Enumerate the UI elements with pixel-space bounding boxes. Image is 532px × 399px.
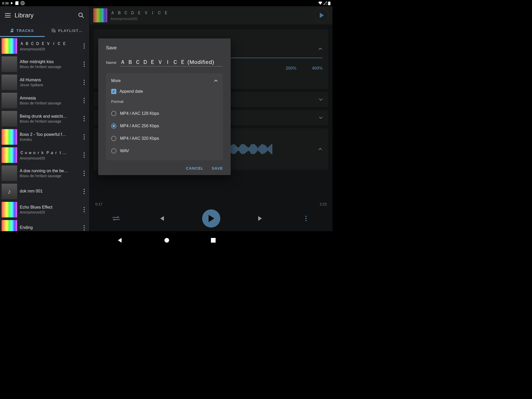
home-button[interactable] [164,238,169,243]
menu-button[interactable] [3,11,12,20]
previous-button[interactable] [156,213,167,224]
append-date-checkbox[interactable]: ✓ Append date [111,89,218,94]
sidebar: Library TRACKS PLAYLIST… Ａ Ｂ Ｃ Ｄ Ｅ Ｖ Ｉ Ｃ… [0,6,90,231]
kebab-icon [305,216,307,221]
next-button[interactable] [255,213,266,224]
track-row[interactable]: All Humans Jesse Spillane [0,73,89,91]
track-art [2,165,17,181]
music-note-icon [11,29,14,33]
track-row[interactable]: After midnight kiss Bisou de l'enfant sa… [0,55,89,73]
name-input[interactable] [120,59,223,66]
format-label: Format [111,99,218,104]
repeat-icon [112,216,120,221]
svg-rect-3 [329,1,330,2]
play-icon [11,2,13,4]
now-playing-title: Ａ Ｂ Ｃ Ｄ Ｅ Ｖ Ｉ Ｃ Ｅ [110,10,169,16]
time-elapsed: 0:17 [95,202,102,206]
svg-point-7 [305,218,307,219]
track-title: dok mm 001 [20,189,80,194]
repeat-button[interactable] [111,213,121,224]
more-button[interactable] [301,213,311,224]
track-title: Being drunk and watchi… [20,114,80,119]
skip-previous-icon [159,216,164,221]
track-list[interactable]: Ａ Ｂ Ｃ Ｄ Ｅ Ｖ Ｉ Ｃ Ｅ Anonymous420 After mid… [0,37,89,231]
track-art [2,147,17,163]
cancel-button[interactable]: CANCEL [186,166,203,170]
track-title: Boss 2 - Too powerful f… [20,132,80,137]
chevron-up-icon [318,48,322,50]
track-menu-button[interactable] [80,114,88,124]
track-menu-button[interactable] [80,223,88,231]
save-button[interactable]: SAVE [212,166,223,170]
track-menu-button[interactable] [80,186,88,197]
track-row[interactable]: Being drunk and watchi… Bisou de l'enfan… [0,110,89,128]
track-row[interactable]: A doe running on the be… Bisou de l'enfa… [0,164,89,182]
track-art [2,111,17,127]
time-total: 2:22 [320,202,327,206]
track-art [2,93,17,108]
transport-bar: 0:17 2:22 [90,202,332,231]
track-menu-button[interactable] [80,59,88,69]
mini-play-button[interactable] [314,8,329,23]
format-option[interactable]: MP4 / AAC 128 Kbps [111,107,218,120]
more-toggle[interactable]: More [111,78,218,83]
track-row[interactable]: Amnesia Bisou de l'enfant sauvage [0,91,89,110]
tab-bar: TRACKS PLAYLIST… [0,24,89,37]
track-art [2,75,17,90]
radio-icon [111,148,116,154]
speed-200[interactable]: 200% [286,66,296,71]
track-menu-button[interactable] [80,95,88,106]
track-art [2,202,17,217]
track-row[interactable]: Echo Blues Effect Anonymous420 [0,201,89,219]
track-row[interactable]: Ending [0,219,89,231]
track-menu-button[interactable] [80,150,88,160]
home-icon [164,238,169,243]
play-button[interactable] [202,209,220,228]
track-row[interactable]: ♪ dok mm 001 [0,182,89,201]
track-menu-button[interactable] [80,204,88,215]
playlist-icon [51,29,56,32]
track-title: Echo Blues Effect [20,205,80,210]
track-art [2,220,17,231]
track-art [2,38,17,54]
play-icon [208,215,214,222]
track-row[interactable]: Ｃｏｗｏｒｋ Ｐａｒｔ… Anonymous420 [0,146,89,164]
format-option[interactable]: MP4 / AAC 256 Kbps [111,120,218,132]
speed-400[interactable]: 400% [312,66,323,71]
chevron-down-icon [319,98,323,101]
recents-button[interactable] [211,238,216,243]
now-playing-header[interactable]: Ａ Ｂ Ｃ Ｄ Ｅ Ｖ Ｉ Ｃ Ｅ Anonymous420 [90,6,332,24]
track-menu-button[interactable] [80,77,88,88]
tab-tracks[interactable]: TRACKS [0,24,45,37]
track-title: Amnesia [20,96,80,101]
track-title: Ａ Ｂ Ｃ Ｄ Ｅ Ｖ Ｉ Ｃ Ｅ [20,41,80,46]
format-label: MP4 / AAC 320 Kbps [120,136,159,141]
radio-icon [111,123,116,129]
svg-point-0 [21,1,24,5]
search-icon [78,12,84,18]
tab-playlists[interactable]: PLAYLIST… [45,24,89,37]
wifi-icon [318,2,322,5]
chevron-up-icon [318,148,322,150]
format-option[interactable]: MP4 / AAC 320 Kbps [111,132,218,145]
track-menu-button[interactable] [80,132,88,142]
chevron-up-icon [214,80,218,82]
track-row[interactable]: Ａ Ｂ Ｃ Ｄ Ｅ Ｖ Ｉ Ｃ Ｅ Anonymous420 [0,37,89,55]
track-artist: Bisou de l'enfant sauvage [20,101,80,105]
track-title: Ｃｏｗｏｒｋ Ｐａｒｔ… [20,150,80,156]
svg-rect-2 [328,2,330,5]
format-option[interactable]: WAV [111,145,218,157]
save-dialog: Save Name More ✓ Append date Format MP4 … [98,38,231,175]
recents-icon [211,238,216,243]
track-artist: Anonymous420 [20,210,80,214]
track-artist: Anonymous420 [20,156,80,160]
svg-point-9 [164,238,169,243]
track-menu-button[interactable] [80,41,88,51]
track-title: After midnight kiss [20,59,80,64]
search-button[interactable] [76,10,86,21]
svg-rect-10 [211,238,216,243]
track-menu-button[interactable] [80,168,88,178]
battery-icon [328,1,330,5]
back-button[interactable] [117,237,123,243]
track-row[interactable]: Boss 2 - Too powerful f… Komiku [0,128,89,146]
